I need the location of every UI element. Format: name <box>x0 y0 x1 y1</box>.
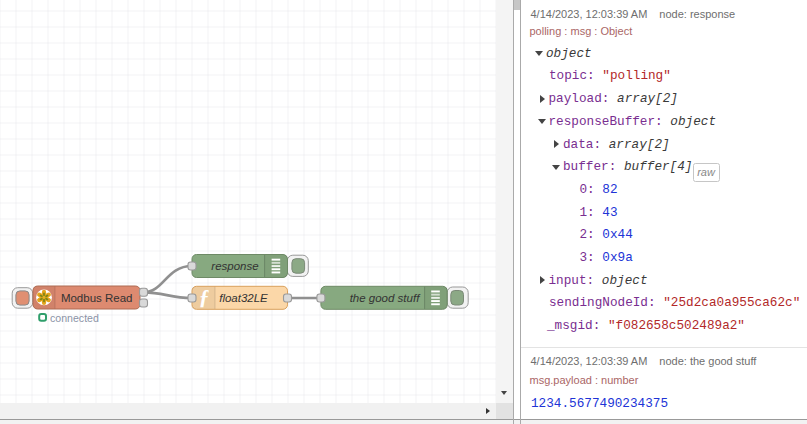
svg-text:connected: connected <box>50 312 99 324</box>
svg-text:Modbus Read: Modbus Read <box>61 292 133 304</box>
svg-text:the good stuff: the good stuff <box>350 292 421 304</box>
svg-text:response: response <box>211 260 258 272</box>
svg-text:float32LE: float32LE <box>219 292 268 304</box>
svg-text:ƒ: ƒ <box>199 285 210 309</box>
